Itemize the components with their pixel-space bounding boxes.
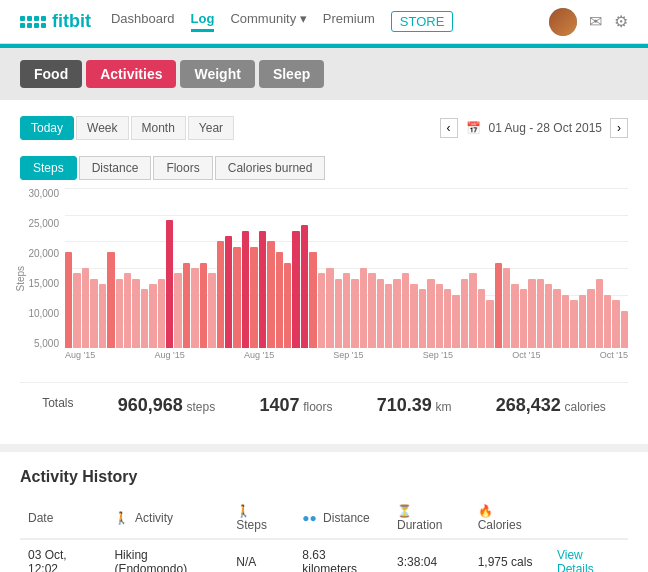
x-label-5: Sep '15 xyxy=(423,350,453,368)
main-content: Today Week Month Year ‹ 📅 01 Aug - 28 Oc… xyxy=(0,100,648,444)
steps-chart: 30,000 25,000 20,000 15,000 10,000 5,000… xyxy=(20,188,628,368)
cell-action-0[interactable]: View Details xyxy=(549,539,628,572)
btn-month[interactable]: Month xyxy=(131,116,186,140)
cell-calories-0: 1,975 cals xyxy=(470,539,549,572)
chart-bar xyxy=(149,284,156,348)
nav-community[interactable]: Community ▾ xyxy=(230,11,306,32)
calories-value: 268,432 xyxy=(496,395,561,415)
tab-weight[interactable]: Weight xyxy=(180,60,254,88)
messages-icon[interactable]: ✉ xyxy=(589,12,602,31)
tab-food[interactable]: Food xyxy=(20,60,82,88)
nav-log[interactable]: Log xyxy=(191,11,215,32)
total-floors: 1407 floors xyxy=(259,395,332,416)
chart-bar xyxy=(132,279,139,348)
chart-bar xyxy=(495,263,502,348)
nav-store[interactable]: STORE xyxy=(391,11,454,32)
chart-bar xyxy=(233,247,240,348)
chart-bar xyxy=(360,268,367,348)
x-label-7: Oct '15 xyxy=(600,350,628,368)
chart-bar xyxy=(385,284,392,348)
steps-col-icon: 🚶 xyxy=(236,504,251,518)
col-duration: ⏳ Duration xyxy=(389,498,470,539)
next-date-button[interactable]: › xyxy=(610,118,628,138)
total-distance: 710.39 km xyxy=(377,395,452,416)
chart-bar xyxy=(73,273,80,348)
tab-sleep[interactable]: Sleep xyxy=(259,60,324,88)
steps-value: 960,968 xyxy=(118,395,183,415)
header: fitbit Dashboard Log Community ▾ Premium… xyxy=(0,0,648,44)
chart-bar xyxy=(267,241,274,348)
chart-bar xyxy=(545,284,552,348)
chart-bar xyxy=(452,295,459,348)
chart-bar xyxy=(461,279,468,348)
chart-bar xyxy=(208,273,215,348)
chart-tabs: Steps Distance Floors Calories burned xyxy=(20,156,628,180)
nav-premium[interactable]: Premium xyxy=(323,11,375,32)
prev-date-button[interactable]: ‹ xyxy=(440,118,458,138)
time-buttons: Today Week Month Year xyxy=(20,116,234,140)
y-axis-label: Steps xyxy=(15,266,26,292)
chart-tab-distance[interactable]: Distance xyxy=(79,156,152,180)
chart-bar xyxy=(158,279,165,348)
chart-bar xyxy=(436,284,443,348)
chart-tab-steps[interactable]: Steps xyxy=(20,156,77,180)
activity-history-section: Activity History Date 🚶 Activity 🚶 Steps… xyxy=(0,452,648,572)
x-label-4: Sep '15 xyxy=(333,350,363,368)
activity-tabs: Food Activities Weight Sleep xyxy=(0,48,648,100)
cell-duration-0: 3:38:04 xyxy=(389,539,470,572)
chart-bar xyxy=(537,279,544,348)
duration-col-icon: ⏳ xyxy=(397,504,412,518)
chart-bar xyxy=(562,295,569,348)
nav-links: Dashboard Log Community ▾ Premium STORE xyxy=(111,11,529,32)
totals-heading: Totals xyxy=(42,396,73,410)
chart-bar xyxy=(570,300,577,348)
history-table: Date 🚶 Activity 🚶 Steps ●● Distance ⏳ Du… xyxy=(20,498,628,572)
chart-bar xyxy=(318,273,325,348)
chart-bar xyxy=(511,284,518,348)
chart-bar xyxy=(217,241,224,348)
btn-week[interactable]: Week xyxy=(76,116,128,140)
logo: fitbit xyxy=(20,11,91,32)
btn-today[interactable]: Today xyxy=(20,116,74,140)
chart-bar xyxy=(259,231,266,348)
chart-bar xyxy=(419,289,426,348)
col-steps: 🚶 Steps xyxy=(228,498,294,539)
chart-bar xyxy=(99,284,106,348)
distance-unit: km xyxy=(435,400,451,414)
cell-date-0: 03 Oct, 12:02 xyxy=(20,539,106,572)
calendar-icon: 📅 xyxy=(466,121,481,135)
col-calories: 🔥 Calories xyxy=(470,498,549,539)
chart-bar xyxy=(486,300,493,348)
table-row: 03 Oct, 12:02 Hiking (Endomondo) N/A 8.6… xyxy=(20,539,628,572)
chart-tab-floors[interactable]: Floors xyxy=(153,156,212,180)
tab-activities[interactable]: Activities xyxy=(86,60,176,88)
chart-tab-calories[interactable]: Calories burned xyxy=(215,156,326,180)
activity-col-icon: 🚶 xyxy=(114,511,129,525)
chart-bar xyxy=(124,273,131,348)
chart-bar xyxy=(225,236,232,348)
chart-bar xyxy=(326,268,333,348)
y-label-15k: 15,000 xyxy=(28,278,59,289)
chart-bar xyxy=(553,289,560,348)
floors-value: 1407 xyxy=(259,395,299,415)
time-range-selector: Today Week Month Year ‹ 📅 01 Aug - 28 Oc… xyxy=(20,116,628,140)
chart-bar xyxy=(65,252,72,348)
chart-bar xyxy=(242,231,249,348)
nav-dashboard[interactable]: Dashboard xyxy=(111,11,175,32)
distance-col-icon: ●● xyxy=(302,511,317,525)
y-label-10k: 10,000 xyxy=(28,308,59,319)
date-navigator: ‹ 📅 01 Aug - 28 Oct 2015 › xyxy=(440,118,628,138)
btn-year[interactable]: Year xyxy=(188,116,234,140)
chart-bar xyxy=(107,252,114,348)
y-label-5k: 5,000 xyxy=(34,338,59,349)
settings-icon[interactable]: ⚙ xyxy=(614,12,628,31)
cell-distance-0: 8.63 kilometers xyxy=(294,539,389,572)
y-label-25k: 25,000 xyxy=(28,218,59,229)
chart-bar xyxy=(612,300,619,348)
chart-bar xyxy=(604,295,611,348)
chart-bar xyxy=(116,279,123,348)
chart-bar xyxy=(250,247,257,348)
avatar[interactable] xyxy=(549,8,577,36)
cell-steps-0: N/A xyxy=(228,539,294,572)
chart-bar xyxy=(292,231,299,348)
